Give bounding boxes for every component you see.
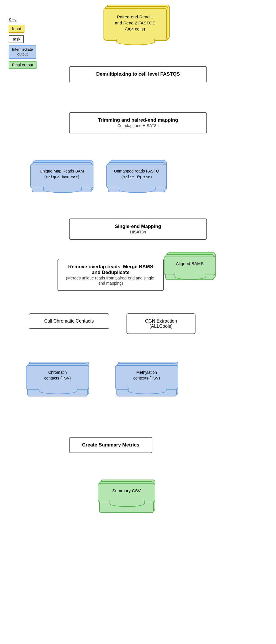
- trim-task: Trimming and paired-end mapping Cutadapt…: [69, 112, 207, 133]
- unique-bam-text: Unique Map Reads BAM(unique_bam_tar): [40, 169, 84, 179]
- key-task-item: Task: [9, 35, 46, 43]
- call-chromatic-box: Call Chromatic Contacts: [29, 313, 109, 329]
- single-end-subtitle: HISAT3n: [130, 230, 146, 234]
- key-final-label: Final output: [9, 61, 37, 69]
- key-legend: Key Input Task Intermediateoutput Final …: [9, 17, 46, 71]
- demux-task: Demultiplexing to cell level FASTQS: [69, 66, 207, 82]
- key-final-item: Final output: [9, 61, 46, 69]
- create-summary-title: Create Summary Metrics: [82, 442, 139, 448]
- fastq-line1: Paired-end Read 1: [117, 14, 153, 19]
- key-input-label: Input: [9, 25, 24, 33]
- unmapped-fq-page: Unmapped reads FASTQ(split_fq_tar): [106, 164, 167, 188]
- trim-title: Trimming and paired-end mapping: [98, 117, 178, 123]
- unmapped-fq-stack: Unmapped reads FASTQ(split_fq_tar): [106, 164, 167, 188]
- fastq-line2: and Read 2 FASTQS: [115, 20, 156, 25]
- summary-csv-stack: Summary CSV: [98, 483, 155, 502]
- trim-subtitle: Cutadapt and HISAT3n: [117, 123, 159, 128]
- key-task-label: Task: [9, 35, 24, 43]
- aligned-bams-stack: Aligned BAMS: [164, 256, 216, 275]
- cgn-line1: CGN Extraction: [145, 319, 177, 323]
- trim-task-box: Trimming and paired-end mapping Cutadapt…: [69, 112, 207, 133]
- single-end-title: Single-end Mapping: [115, 224, 161, 229]
- merge-subtitle: (Merges unique reads from paired-end and…: [66, 276, 155, 285]
- aligned-bams-page: Aligned BAMS: [164, 256, 216, 275]
- call-chromatic-task: Call Chromatic Contacts: [29, 313, 109, 329]
- demux-title: Demultiplexing to cell level FASTQS: [96, 71, 180, 77]
- methylation-contexts-stack: Methylationcontexts (TSV): [115, 365, 178, 390]
- merge-task: Remove overlap reads, Merge BAMS and Ded…: [57, 259, 164, 291]
- key-intermediate-item: Intermediateoutput: [9, 45, 46, 59]
- summary-csv-label: Summary CSV: [112, 488, 141, 493]
- cgn-line2: (ALLCools): [150, 324, 172, 329]
- fastq-line3: (384 cells): [125, 26, 145, 31]
- demux-task-box: Demultiplexing to cell level FASTQS: [69, 66, 207, 82]
- unique-bam-page: Unique Map Reads BAM(unique_bam_tar): [30, 164, 93, 188]
- key-input-item: Input: [9, 25, 46, 33]
- single-end-task-box: Single-end Mapping HISAT3n: [69, 218, 207, 240]
- fastq-input-page: Paired-end Read 1 and Read 2 FASTQS (384…: [103, 8, 167, 41]
- create-summary-task: Create Summary Metrics: [69, 437, 152, 453]
- unmapped-fq-text: Unmapped reads FASTQ(split_fq_tar): [114, 169, 159, 179]
- key-title: Key: [9, 17, 46, 22]
- methylation-contexts-text: Methylationcontexts (TSV): [133, 370, 160, 380]
- create-summary-box: Create Summary Metrics: [69, 437, 152, 453]
- cgn-extract-task: CGN Extraction (ALLCools): [126, 313, 195, 334]
- unique-bam-stack: Unique Map Reads BAM(unique_bam_tar): [30, 164, 93, 188]
- fastq-input-stack: Paired-end Read 1 and Read 2 FASTQS (384…: [103, 8, 170, 41]
- merge-title: Remove overlap reads, Merge BAMS and Ded…: [68, 264, 153, 275]
- methylation-contexts-page: Methylationcontexts (TSV): [115, 365, 178, 390]
- single-end-task: Single-end Mapping HISAT3n: [69, 218, 207, 240]
- chromatin-contacts-stack: Chromatincontacts (TSV): [26, 365, 89, 390]
- key-intermediate-label: Intermediateoutput: [9, 45, 36, 59]
- chromatin-contacts-page: Chromatincontacts (TSV): [26, 365, 89, 390]
- merge-task-box: Remove overlap reads, Merge BAMS and Ded…: [57, 259, 164, 291]
- chromatin-contacts-text: Chromatincontacts (TSV): [44, 370, 71, 380]
- cgn-extract-box: CGN Extraction (ALLCools): [126, 313, 195, 334]
- diagram-container: Key Input Task Intermediateoutput Final …: [0, 0, 276, 644]
- call-chromatic-label: Call Chromatic Contacts: [44, 319, 94, 323]
- summary-csv-page: Summary CSV: [98, 483, 155, 502]
- aligned-bams-label: Aligned BAMS: [176, 261, 204, 266]
